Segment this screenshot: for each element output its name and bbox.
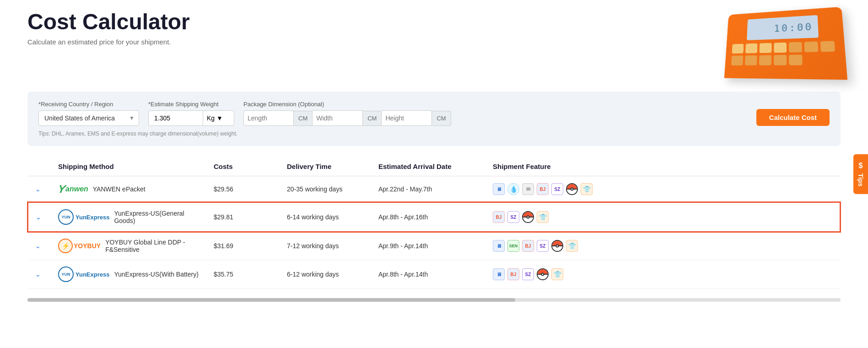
col-header-arrival-date: Estimated Arrival Date <box>371 157 485 176</box>
cost-cell: $35.75 <box>206 260 280 289</box>
tips-dollar-icon: $ <box>859 162 863 170</box>
weight-unit-select[interactable]: Kg ▼ Lb <box>203 110 234 126</box>
tips-label: Tips <box>857 174 864 187</box>
scrollbar-thumb <box>27 298 515 302</box>
weight-input[interactable] <box>148 110 203 126</box>
tips-sidebar[interactable]: $ Tips <box>853 154 868 194</box>
features-list: BJSZ 👕 <box>493 211 832 223</box>
features-cell: 🖥BJSZ 👕 <box>485 260 840 289</box>
pokeball-icon <box>566 183 578 195</box>
country-group: *Receiving Country / Region United State… <box>38 101 139 126</box>
screen-icon: 🖥 <box>493 240 505 252</box>
country-select-wrapper: United States of America United Kingdom … <box>38 110 139 126</box>
cost-cell: $29.56 <box>206 176 280 203</box>
shirt-icon: 👕 <box>537 211 549 223</box>
weight-group: *Estimate Shipping Weight Kg ▼ Lb <box>148 101 234 126</box>
width-input[interactable] <box>313 110 363 126</box>
sz-icon: SZ <box>537 240 549 252</box>
table-row: ⌄ ⚡ YOYBUY YOYBUY Global Line DDP - F&Se… <box>28 232 840 260</box>
bj-icon: BJ <box>493 211 505 223</box>
shipping-method-cell: YUN YunExpress YunExpress-US(General Goo… <box>51 202 206 232</box>
expand-chevron[interactable]: ⌄ <box>28 232 51 260</box>
features-cell: 🖥💧✉BJSZ 👕 <box>485 176 840 203</box>
delivery-time-cell: 6-12 working days <box>280 260 371 289</box>
features-list: 🖥BJSZ 👕 <box>493 268 833 280</box>
features-cell: 🖥SENBJSZ 👕 <box>485 232 840 260</box>
calc-illustration: 10:00 <box>712 9 841 82</box>
sen-icon: SEN <box>507 240 519 252</box>
calc-screen: 10:00 <box>747 15 819 40</box>
pokeball-icon <box>522 211 534 223</box>
shirt-icon: 👕 <box>581 183 593 195</box>
table-row: ⌄ YUN YunExpress YunExpress-US(General G… <box>28 202 840 232</box>
sz-icon: SZ <box>522 268 534 280</box>
features-list: 🖥💧✉BJSZ 👕 <box>493 183 833 195</box>
method-name: YANWEN ePacket <box>93 185 146 193</box>
weight-label: *Estimate Shipping Weight <box>148 101 234 108</box>
table-row: ⌄ Y anwen YANWEN ePacket $29.56 20-35 wo… <box>28 176 840 203</box>
features-cell: BJSZ 👕 <box>485 202 840 232</box>
yoybuy-logo: ⚡ YOYBUY <box>58 239 101 253</box>
yunexpress-logo: YUN YunExpress <box>58 266 109 282</box>
page-subtitle: Calculate an estimated price for your sh… <box>27 38 190 46</box>
width-cm-label: CM <box>363 111 382 126</box>
col-header-shipment-feature: Shipment Feature <box>485 157 840 176</box>
yunexpress-logo: YUN YunExpress <box>58 209 109 225</box>
sz-icon: SZ <box>551 183 563 195</box>
shipping-method-cell: Y anwen YANWEN ePacket <box>51 176 206 203</box>
method-name: YunExpress-US(With Battery) <box>114 271 198 278</box>
bj-icon: BJ <box>507 268 519 280</box>
height-cm-label: CM <box>432 111 451 126</box>
envelope-icon: ✉ <box>522 183 534 195</box>
table-row: ⌄ YUN YunExpress YunExpress-US(With Batt… <box>28 260 840 289</box>
expand-chevron[interactable]: ⌄ <box>28 176 51 203</box>
col-header-delivery-time: Delivery Time <box>280 157 371 176</box>
method-name: YOYBUY Global Line DDP - F&Sensitive <box>105 239 199 253</box>
bj-icon: BJ <box>522 240 534 252</box>
yanwen-logo: Y anwen <box>58 183 88 196</box>
shirt-icon: 👕 <box>566 240 578 252</box>
shipping-method-cell: ⚡ YOYBUY YOYBUY Global Line DDP - F&Sens… <box>51 232 206 260</box>
features-list: 🖥SENBJSZ 👕 <box>493 240 833 252</box>
delivery-time-cell: 20-35 working days <box>280 176 371 203</box>
cost-cell: $29.81 <box>206 202 280 232</box>
shipping-method-cell: YUN YunExpress YunExpress-US(With Batter… <box>51 260 206 289</box>
arrival-date-cell: Apr.9th - Apr.14th <box>371 232 485 260</box>
dimension-tips-text: Tips: DHL, Aramex, EMS and E-express may… <box>38 130 830 137</box>
calculate-cost-button[interactable]: Calculate Cost <box>756 109 830 126</box>
method-name: YunExpress-US(General Goods) <box>114 210 199 224</box>
country-label: *Receiving Country / Region <box>38 101 139 108</box>
length-input[interactable] <box>243 110 294 126</box>
arrival-date-cell: Apr.8th - Apr.16th <box>371 202 485 232</box>
shirt-icon: 👕 <box>551 268 563 280</box>
water-icon: 💧 <box>507 183 519 195</box>
height-input[interactable] <box>382 110 432 126</box>
results-table: Shipping Method Costs Delivery Time Esti… <box>27 157 841 289</box>
arrival-date-cell: Apr.8th - Apr.14th <box>371 260 485 289</box>
cost-cell: $31.69 <box>206 232 280 260</box>
arrival-date-cell: Apr.22nd - May.7th <box>371 176 485 203</box>
pokeball-icon <box>537 268 549 280</box>
sz-icon: SZ <box>507 211 519 223</box>
screen-icon: 🖥 <box>493 268 505 280</box>
pokeball-icon <box>551 240 563 252</box>
dimensions-label: Package Dimension (Optional) <box>243 101 451 108</box>
country-select[interactable]: United States of America United Kingdom … <box>38 110 139 126</box>
delivery-time-cell: 7-12 working days <box>280 232 371 260</box>
expand-chevron[interactable]: ⌄ <box>28 260 51 289</box>
table-header-row: Shipping Method Costs Delivery Time Esti… <box>28 157 840 176</box>
delivery-time-cell: 6-14 working days <box>280 202 371 232</box>
bj-icon: BJ <box>537 183 549 195</box>
col-header-shipping-method: Shipping Method <box>51 157 206 176</box>
screen-icon: 🖥 <box>493 183 505 195</box>
page-title: Cost Calculator <box>27 9 190 34</box>
length-cm-label: CM <box>294 111 313 126</box>
col-header-costs: Costs <box>206 157 280 176</box>
form-section: *Receiving Country / Region United State… <box>27 92 841 146</box>
col-header-expand <box>28 157 51 176</box>
dimensions-group: Package Dimension (Optional) CM CM CM <box>243 101 451 126</box>
expand-chevron[interactable]: ⌄ <box>28 202 51 232</box>
scrollbar[interactable] <box>27 298 841 302</box>
